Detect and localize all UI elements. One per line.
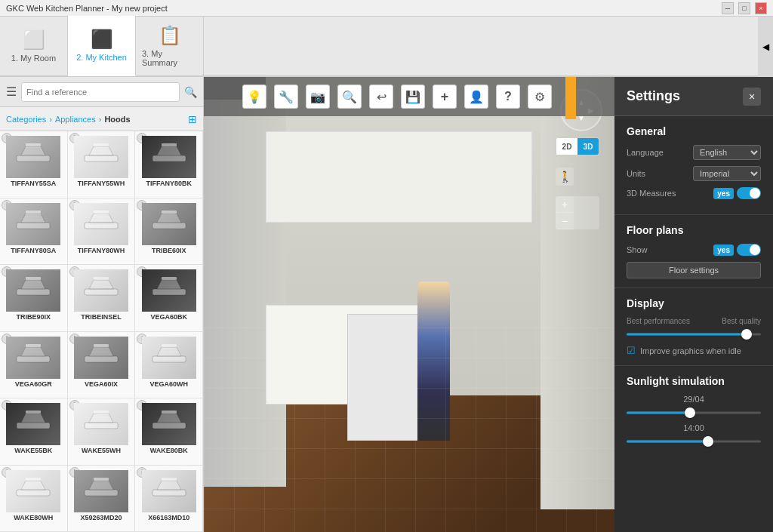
- svg-marker-49: [89, 481, 113, 490]
- hood-svg: [11, 407, 56, 441]
- help-tool-button[interactable]: ?: [496, 85, 520, 109]
- hood-svg: [11, 140, 56, 174]
- search-icon[interactable]: 🔍: [184, 86, 197, 98]
- settings-measures-label: 3D Measures: [627, 189, 676, 198]
- settings-general-section: General Language English French Spanish …: [614, 116, 773, 215]
- list-view-button[interactable]: ⊞: [188, 113, 197, 125]
- list-item[interactable]: i TIFFANY55SA: [0, 131, 68, 198]
- save-tool-button[interactable]: 💾: [401, 85, 425, 109]
- settings-tool-button[interactable]: ⚙: [528, 85, 552, 109]
- measures-toggle-thumb: [750, 188, 760, 198]
- pointer-tool-button[interactable]: 🔧: [274, 85, 298, 109]
- product-thumbnail: [142, 269, 196, 312]
- svg-rect-14: [94, 211, 109, 214]
- zoom-tool-button[interactable]: 🔍: [337, 85, 362, 109]
- settings-close-button[interactable]: ×: [743, 88, 761, 106]
- breadcrumb-root[interactable]: Categories: [6, 115, 46, 124]
- breadcrumb-level1[interactable]: Appliances: [55, 115, 96, 124]
- list-item[interactable]: i WAKE55WH: [68, 398, 136, 466]
- display-slider-thumb[interactable]: [741, 329, 752, 340]
- product-name: WAKE80BK: [150, 447, 188, 455]
- walkthrough-button[interactable]: 🚶: [556, 168, 574, 186]
- svg-rect-35: [162, 344, 177, 347]
- add-tool-button[interactable]: +: [433, 85, 457, 109]
- settings-measures-toggle[interactable]: yes: [713, 187, 761, 199]
- product-thumbnail: [142, 136, 196, 178]
- svg-rect-6: [152, 155, 186, 161]
- sunlight-title: Sunlight simulation: [627, 375, 761, 387]
- settings-general-title: General: [627, 125, 761, 137]
- svg-rect-45: [17, 490, 50, 496]
- measures-toggle-track[interactable]: [737, 187, 761, 199]
- svg-rect-30: [85, 356, 118, 362]
- list-item[interactable]: i TIFFANY80WH: [68, 198, 136, 266]
- tab-summary[interactable]: 📋 3. My Summary: [136, 16, 204, 76]
- svg-marker-19: [21, 280, 45, 289]
- list-item[interactable]: i WAKE80WH: [0, 466, 68, 533]
- maximize-button[interactable]: □: [738, 2, 750, 14]
- light-tool-button[interactable]: 💡: [242, 85, 266, 109]
- list-item[interactable]: i TRIBEINSEL: [68, 265, 136, 332]
- list-item[interactable]: i TIFFANY55WH: [68, 131, 136, 198]
- sunlight-time-thumb[interactable]: [703, 436, 713, 447]
- sidebar-menu-button[interactable]: ☰: [6, 85, 17, 99]
- list-item[interactable]: i WAKE55BK: [0, 398, 68, 466]
- list-item[interactable]: i X59263MD20: [68, 466, 136, 533]
- sunlight-time-fill: [627, 441, 707, 443]
- tab-collapse-button[interactable]: ◀: [758, 17, 773, 77]
- search-input[interactable]: [21, 82, 180, 102]
- svg-rect-20: [26, 277, 41, 280]
- list-item[interactable]: i WAKE80BK: [135, 398, 203, 466]
- view-2d-button[interactable]: 2D: [556, 138, 577, 155]
- tab-kitchen[interactable]: ⬛ 2. My Kitchen: [68, 16, 136, 76]
- svg-rect-5: [94, 143, 109, 146]
- hood-svg: [11, 475, 56, 508]
- product-thumbnail: [142, 470, 196, 512]
- list-item[interactable]: i TIFFANY80SA: [0, 198, 68, 266]
- list-item[interactable]: i X66163MD10: [135, 466, 203, 533]
- minimize-button[interactable]: ─: [722, 2, 734, 14]
- settings-floor-plans-title: Floor plans: [627, 224, 761, 236]
- sidebar: ☰ 🔍 Categories › Appliances › Hoods ⊞ i: [0, 77, 204, 532]
- settings-language-select[interactable]: English French Spanish German: [693, 145, 761, 160]
- list-item[interactable]: i VEGA60BK: [135, 265, 203, 332]
- settings-units-select[interactable]: Imperial Metric: [693, 166, 761, 181]
- show-toggle-track[interactable]: [737, 244, 761, 256]
- svg-rect-17: [162, 211, 177, 214]
- settings-panel: Settings × General Language English Fren…: [614, 77, 773, 532]
- floor-settings-button[interactable]: Floor settings: [627, 262, 761, 278]
- list-item[interactable]: i TRIBE90IX: [0, 265, 68, 332]
- svg-rect-29: [26, 344, 41, 347]
- zoom-out-button[interactable]: −: [556, 213, 574, 229]
- product-name: TIFFANY80BK: [146, 180, 192, 188]
- viewport[interactable]: 💡 🔧 📷 🔍 ↩ 💾 + 👤 ? ⚙: [204, 77, 614, 532]
- list-item[interactable]: i TIFFANY80BK: [135, 131, 203, 198]
- settings-language-label: Language: [627, 148, 664, 157]
- list-item[interactable]: i VEGA60GR: [0, 332, 68, 399]
- settings-display-section: Display Best performances Best quality ☑…: [614, 288, 773, 366]
- svg-rect-8: [162, 143, 177, 146]
- undo-tool-button[interactable]: ↩: [369, 85, 393, 109]
- settings-show-toggle[interactable]: yes: [713, 244, 761, 256]
- product-thumbnail: [6, 203, 60, 245]
- product-name: TRIBEINSEL: [81, 313, 122, 321]
- list-item[interactable]: i VEGA60IX: [68, 332, 136, 399]
- svg-rect-23: [94, 277, 109, 280]
- close-button[interactable]: ×: [755, 2, 767, 14]
- view-3d-button[interactable]: 3D: [577, 138, 599, 155]
- product-thumbnail: [6, 269, 60, 312]
- tab-room[interactable]: ⬜ 1. My Room: [0, 16, 68, 76]
- summary-icon: 📋: [159, 25, 181, 46]
- svg-rect-44: [162, 411, 177, 414]
- person-tool-button[interactable]: 👤: [464, 85, 488, 109]
- improve-checkbox[interactable]: ☑: [627, 345, 636, 356]
- list-item[interactable]: i VEGA60WH: [135, 332, 203, 399]
- zoom-in-button[interactable]: +: [556, 196, 574, 213]
- product-thumbnail: [6, 403, 60, 445]
- camera-tool-button[interactable]: 📷: [306, 85, 330, 109]
- svg-marker-37: [21, 414, 45, 423]
- list-item[interactable]: i TRIBE60IX: [135, 198, 203, 266]
- sunlight-date-thumb[interactable]: [685, 407, 695, 418]
- product-thumbnail: [74, 403, 128, 445]
- sunlight-time-slider-container: [627, 435, 761, 447]
